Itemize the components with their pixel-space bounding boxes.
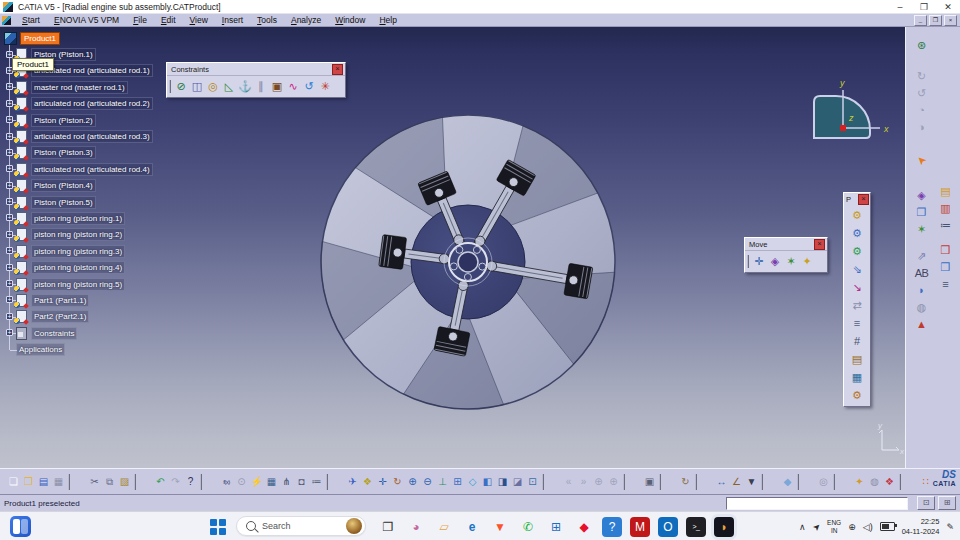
expander-icon[interactable]: + (6, 247, 13, 254)
quick-assist-icon[interactable]: ? (602, 517, 622, 537)
expander-icon[interactable]: + (6, 116, 13, 123)
separator[interactable] (542, 474, 559, 490)
flexible-rigid-icon[interactable]: ✳ (317, 78, 333, 94)
quick-constraint-icon[interactable]: ▣ (269, 78, 285, 94)
jump-icon[interactable]: ⇗ (913, 248, 930, 265)
terminal-icon[interactable]: >_ (686, 517, 706, 537)
catalog-item-icon[interactable]: ▥ (937, 200, 954, 217)
constraints-toolbar-titlebar[interactable]: Constraints × (167, 63, 345, 75)
fix-together-icon[interactable]: ∥ (253, 78, 269, 94)
catalog-browser-icon[interactable]: ◎ (816, 474, 831, 490)
explode-dock-icon[interactable]: ✶ (913, 221, 930, 238)
knowledge-expert-icon[interactable]: ✦ (852, 474, 867, 490)
offset-constraint-icon[interactable]: ◎ (205, 78, 221, 94)
rotate-icon[interactable]: ↻ (390, 474, 405, 490)
task-view-icon[interactable]: ❐ (378, 517, 398, 537)
manipulation-icon[interactable]: ✛ (751, 253, 767, 269)
tree-item[interactable]: + piston ring (piston ring.4) (2, 259, 153, 275)
menu-item[interactable]: Help (372, 15, 403, 25)
stop-on-clash-icon[interactable]: ✦ (799, 253, 815, 269)
move-toolbar-titlebar[interactable]: Move × (745, 238, 827, 250)
lock-icon[interactable]: ◘ (294, 474, 309, 490)
document-icon[interactable] (2, 16, 11, 25)
formula-icon[interactable]: f(x) (219, 474, 234, 490)
update-all-icon[interactable]: ↺ (913, 85, 930, 102)
separator[interactable] (134, 474, 151, 490)
diamond-app-icon[interactable]: ◆ (574, 517, 594, 537)
sim-forward-icon[interactable]: » (576, 474, 591, 490)
equivalent-dims-icon[interactable]: ≔ (309, 474, 324, 490)
tree-item[interactable]: + Applications (2, 341, 153, 357)
zoom-out-icon[interactable]: ⊖ (420, 474, 435, 490)
3d-viewport[interactable]: y x z y x Product1 + (0, 27, 905, 468)
tree-item-label[interactable]: Piston (Piston.5) (31, 196, 96, 209)
reuse-pattern-icon[interactable]: ↺ (301, 78, 317, 94)
expander-icon[interactable]: + (6, 264, 13, 271)
clash-analysis-icon[interactable]: ◍ (913, 299, 930, 316)
language-indicator[interactable]: ENGIN (827, 519, 841, 535)
expander-icon[interactable]: + (6, 182, 13, 189)
change-constraint-icon[interactable]: ∿ (285, 78, 301, 94)
select-arrow-icon[interactable]: ➤ (909, 148, 933, 172)
product-structure-toolbar-titlebar[interactable]: P × (844, 193, 870, 205)
separator[interactable] (659, 474, 676, 490)
tree-item-label[interactable]: articulated rod (articulated rod.4) (31, 163, 153, 176)
anchor-constraint-icon[interactable]: ⚓ (237, 78, 253, 94)
print-icon[interactable]: ▦ (51, 474, 66, 490)
measure-between-icon[interactable]: ↔ (714, 474, 729, 490)
network-icon[interactable]: ⊕ (848, 522, 856, 532)
menu-item[interactable]: Edit (154, 15, 183, 25)
separator[interactable] (899, 474, 916, 490)
shaded-view-icon[interactable]: ◧ (480, 474, 495, 490)
pan-icon[interactable]: ✛ (375, 474, 390, 490)
whats-this-icon[interactable]: ? (183, 474, 198, 490)
knowledge-icon[interactable]: ⚡ (249, 474, 264, 490)
crank-hub[interactable] (444, 238, 492, 286)
tree-item-label[interactable]: Piston (Piston.4) (31, 179, 96, 192)
ms-store-icon[interactable]: ⊞ (546, 517, 566, 537)
undo-icon[interactable]: ↶ (153, 474, 168, 490)
edge-icon[interactable]: e (462, 517, 482, 537)
bom-icon[interactable]: ≡ (937, 276, 954, 293)
part-cube-icon[interactable]: ❒ (937, 259, 954, 276)
tree-item-label[interactable]: Constraints (31, 327, 77, 340)
tree-root-label[interactable]: Product1 (20, 32, 60, 45)
tree-item-label[interactable]: articulated rod (articulated rod.2) (31, 97, 153, 110)
menu-item[interactable]: Window (328, 15, 372, 25)
expander-icon[interactable]: + (6, 149, 13, 156)
smart-move-icon[interactable]: ❐ (913, 204, 930, 221)
volume-icon[interactable]: ◁) (863, 522, 873, 532)
knowledge-advisor-icon[interactable]: ◍ (867, 474, 882, 490)
existing-component-positioned-icon[interactable]: ↘ (849, 278, 866, 296)
location-icon[interactable]: ➤ (810, 520, 822, 532)
expander-icon[interactable]: + (6, 133, 13, 140)
comment-icon[interactable]: ⊙ (234, 474, 249, 490)
view-mode-icon[interactable]: ⊡ (525, 474, 540, 490)
menu-item[interactable]: Insert (215, 15, 250, 25)
tree-item[interactable]: + piston ring (piston ring.1) (2, 210, 153, 226)
close-icon[interactable]: × (332, 64, 343, 75)
tree-item[interactable]: + articulated rod (articulated rod.3) (2, 128, 153, 144)
tree-item-label[interactable]: piston ring (piston ring.2) (31, 228, 125, 241)
expander-icon[interactable]: + (6, 231, 13, 238)
flag-note-icon[interactable]: ◗ (913, 282, 930, 299)
mdi-restore-button[interactable]: ❐ (929, 15, 942, 26)
expander-icon[interactable]: + (6, 296, 13, 303)
status-button-2[interactable]: ⊞ (938, 496, 956, 510)
mcafee-icon[interactable]: M (630, 517, 650, 537)
catia-taskbar-icon[interactable]: ◗ (714, 517, 734, 537)
contact-constraint-icon[interactable]: ◫ (189, 78, 205, 94)
redo-icon[interactable]: ↷ (168, 474, 183, 490)
graph-tree-reorder-icon[interactable]: ≡ (849, 314, 866, 332)
apply-material-icon[interactable]: ◆ (780, 474, 795, 490)
selective-load-icon[interactable]: ▤ (849, 350, 866, 368)
existing-component-icon[interactable]: ⇘ (849, 260, 866, 278)
separator[interactable] (797, 474, 814, 490)
measure-inertia-icon[interactable]: ▼ (744, 474, 759, 490)
catalog-open-icon[interactable]: ▤ (937, 183, 954, 200)
zoom-in-icon[interactable]: ⊕ (405, 474, 420, 490)
expander-icon[interactable]: + (6, 214, 13, 221)
tree-item-label[interactable]: master rod (master rod.1) (31, 81, 128, 94)
open-folder-icon[interactable]: ❐ (21, 474, 36, 490)
minimize-button[interactable]: – (888, 0, 912, 13)
